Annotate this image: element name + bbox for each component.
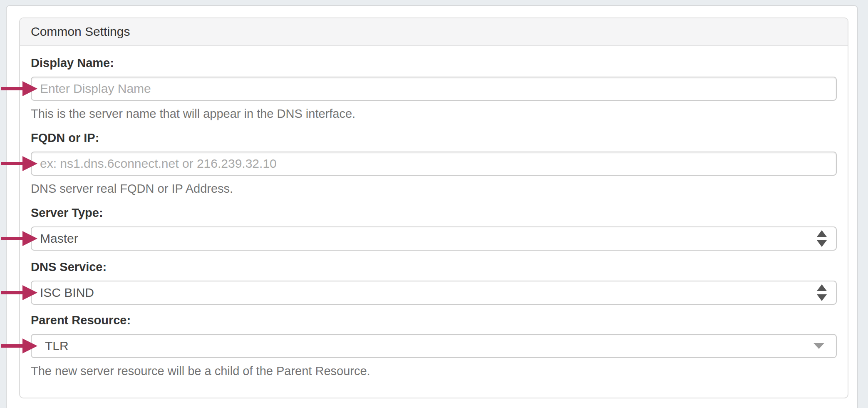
panel-title: Common Settings	[31, 25, 130, 39]
dns-service-control-wrap: ISC BIND	[31, 281, 837, 305]
dns-service-select[interactable]: ISC BIND	[31, 281, 837, 305]
server-type-value: Master	[40, 231, 78, 246]
server-type-control-wrap: Master	[31, 226, 837, 251]
server-type-label: Server Type:	[31, 206, 837, 220]
fqdn-ip-label: FQDN or IP:	[31, 131, 837, 145]
form-group-parent-resource: Parent Resource: TLR The	[31, 313, 837, 378]
content-card: Common Settings Display Name: This is th…	[6, 5, 858, 408]
form-group-fqdn-ip: FQDN or IP: DNS server real FQDN or IP A…	[31, 131, 837, 196]
display-name-label: Display Name:	[31, 56, 837, 70]
display-name-control-wrap	[31, 77, 837, 101]
fqdn-ip-help: DNS server real FQDN or IP Address.	[31, 182, 837, 196]
select-spinner-icon	[817, 284, 827, 301]
parent-resource-value: TLR	[45, 339, 69, 353]
display-name-help: This is the server name that will appear…	[31, 107, 837, 121]
dns-service-label: DNS Service:	[31, 260, 837, 274]
select-spinner-icon	[817, 230, 827, 247]
parent-resource-dropdown[interactable]: TLR	[31, 334, 837, 358]
parent-resource-label: Parent Resource:	[31, 313, 837, 327]
panel-body: Display Name: This is the server name th…	[20, 46, 848, 378]
fqdn-ip-input[interactable]	[31, 152, 837, 176]
parent-resource-help: The new server resource will be a child …	[31, 364, 837, 378]
form-group-server-type: Server Type: Master	[31, 206, 837, 251]
page-background: Common Settings Display Name: This is th…	[0, 0, 868, 408]
chevron-down-icon	[813, 343, 824, 349]
display-name-input[interactable]	[31, 77, 837, 101]
dns-service-value: ISC BIND	[40, 286, 94, 300]
panel-header: Common Settings	[20, 18, 848, 46]
parent-resource-control-wrap: TLR	[31, 334, 837, 358]
fqdn-ip-control-wrap	[31, 152, 837, 176]
common-settings-panel: Common Settings Display Name: This is th…	[19, 17, 848, 398]
form-group-dns-service: DNS Service: ISC BIND	[31, 260, 837, 305]
form-group-display-name: Display Name: This is the server name th…	[31, 56, 837, 121]
server-type-select[interactable]: Master	[31, 226, 837, 251]
